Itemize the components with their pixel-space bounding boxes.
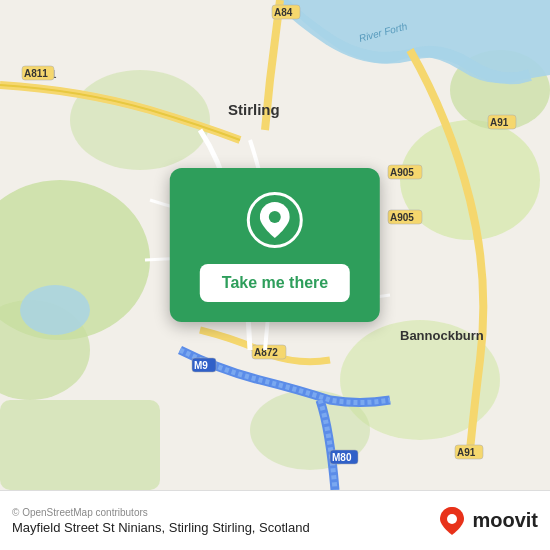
svg-rect-5 (0, 400, 160, 490)
pin-svg (260, 202, 290, 238)
svg-text:A84: A84 (274, 7, 293, 18)
map-container: A811 A811 A84 A91 A91 A905 A905 M9 M80 A… (0, 0, 550, 490)
moovit-logo: moovit (438, 507, 538, 535)
location-pin-icon (247, 192, 303, 248)
footer-info: © OpenStreetMap contributors Mayfield St… (12, 507, 310, 535)
svg-text:M80: M80 (332, 452, 352, 463)
svg-text:A91: A91 (457, 447, 476, 458)
location-label: Mayfield Street St Ninians, Stirling Sti… (12, 520, 310, 535)
moovit-logo-icon (438, 507, 466, 535)
svg-text:Stirling: Stirling (228, 101, 280, 118)
take-me-there-button[interactable]: Take me there (200, 264, 350, 302)
svg-text:A905: A905 (390, 212, 414, 223)
footer: © OpenStreetMap contributors Mayfield St… (0, 490, 550, 550)
svg-point-32 (269, 211, 281, 223)
svg-point-34 (447, 514, 457, 524)
svg-text:M9: M9 (194, 360, 208, 371)
osm-attribution: © OpenStreetMap contributors (12, 507, 310, 518)
svg-text:A91: A91 (490, 117, 509, 128)
svg-text:A905: A905 (390, 167, 414, 178)
moovit-text: moovit (472, 509, 538, 532)
navigation-card: Take me there (170, 168, 380, 322)
svg-text:Bannockburn: Bannockburn (400, 328, 484, 343)
svg-text:A811: A811 (24, 68, 48, 79)
svg-point-9 (20, 285, 90, 335)
